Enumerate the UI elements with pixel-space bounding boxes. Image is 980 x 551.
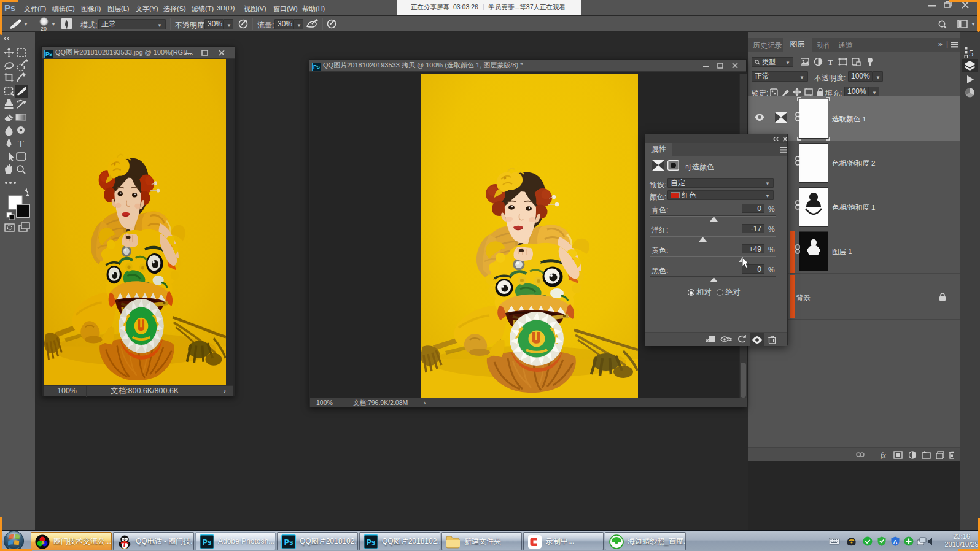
- svg-text:Ps: Ps: [284, 538, 294, 547]
- svg-text:Ps: Ps: [367, 538, 376, 547]
- svg-text:T: T: [828, 58, 833, 66]
- svg-text:A: A: [893, 539, 898, 545]
- svg-text:5: 5: [969, 48, 974, 58]
- svg-text:Ps: Ps: [203, 538, 212, 547]
- svg-text:T: T: [18, 139, 24, 149]
- svg-text:fx: fx: [881, 451, 886, 459]
